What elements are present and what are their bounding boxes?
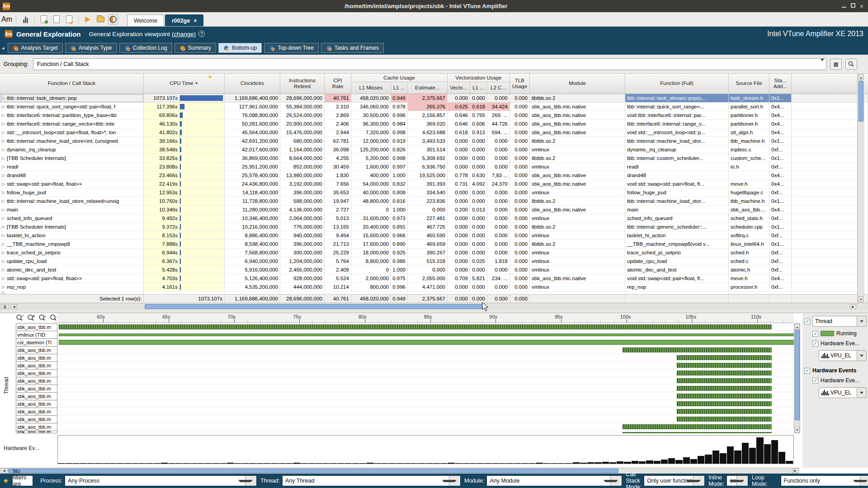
thread-row-track[interactable]: [57, 346, 799, 354]
chevron-down-icon[interactable]: [857, 350, 867, 361]
table-row[interactable]: ▷sched_info_queued9.492s10,346,400,0002,…: [0, 214, 868, 223]
thread-row[interactable]: sbk_aos_tbb.m: [16, 323, 799, 331]
thread-row-label[interactable]: sbk_aos_tbb.m: [16, 408, 57, 415]
open-result-icon[interactable]: [95, 14, 105, 24]
compare-results-icon[interactable]: [108, 14, 118, 24]
scroll-down-icon[interactable]: ▼: [795, 427, 800, 432]
table-row[interactable]: ▷std::swap<std::pair<float, float>>4.703…: [0, 274, 868, 283]
thread-row-track[interactable]: [57, 392, 799, 400]
thread-row-track[interactable]: [57, 385, 799, 392]
scroll-left-icon[interactable]: ◀: [1, 469, 7, 473]
scroll-right-icon[interactable]: ▶: [850, 304, 856, 309]
close-icon[interactable]: ×: [860, 3, 863, 10]
hardware-events-histogram[interactable]: [57, 435, 794, 464]
thread-row[interactable]: sbk_aos_tbb.m: [16, 385, 799, 392]
thread-row[interactable]: coi_daemon (TI: [16, 338, 799, 346]
nav-tab-summary[interactable]: Summary: [175, 43, 216, 53]
expander-icon[interactable]: ▷: [2, 291, 5, 294]
chevron-down-icon[interactable]: [245, 476, 256, 486]
thread-row-track[interactable]: [57, 354, 799, 361]
tab-welcome[interactable]: Welcome: [127, 14, 164, 26]
thread-row-label[interactable]: sbk_aos_tbb.m: [16, 400, 57, 408]
thread-row-label[interactable]: sbk_aos_tbb.m: [16, 385, 57, 392]
module-filter-select[interactable]: Any Module: [486, 475, 622, 486]
table-row[interactable]: ▷std::swap<std::pair<float, float>>22.41…: [0, 180, 868, 188]
chevron-down-icon[interactable]: [857, 316, 867, 327]
expander-icon[interactable]: ▷: [2, 190, 5, 195]
table-row[interactable]: ▷main10.349s11,280,000,0004,136,000,0002…: [0, 206, 868, 214]
thread-row[interactable]: sbk_aos_tbb.m: [16, 361, 799, 369]
chevron-down-icon[interactable]: [693, 476, 704, 486]
thread-row-track[interactable]: [57, 338, 799, 346]
header-vecto[interactable]: Vecto...: [448, 82, 470, 94]
table-row[interactable]: ▷tbb::interface6::internal::range_vector…: [0, 120, 868, 128]
expander-icon[interactable]: ▷: [2, 182, 5, 186]
thread-row-label[interactable]: sbk_aos_tbb.m: [16, 361, 57, 369]
nav-tab-analysis-target[interactable]: Analysis Target: [8, 43, 63, 53]
chevron-down-icon[interactable]: [860, 476, 868, 486]
header-l2c[interactable]: L2 C...: [487, 82, 509, 94]
scroll-up-icon[interactable]: ▲: [859, 75, 863, 80]
grouping-select[interactable]: Function / Call Stack: [33, 58, 826, 70]
change-viewpoint-link[interactable]: (change): [172, 31, 196, 38]
expander-icon[interactable]: ▷: [2, 259, 5, 263]
grid-corner-icon[interactable]: ▦: [1, 304, 9, 309]
expander-icon[interactable]: ▷: [2, 122, 5, 126]
thread-row[interactable]: sbk_aos_tbb.m: [16, 408, 799, 415]
thread-row-label[interactable]: sbk_aos_tbb.m: [16, 392, 57, 400]
table-row[interactable]: ▷__TBB_machine_cmpswp87.888s8,598,400,00…: [0, 240, 868, 249]
expander-icon[interactable]: ▷: [2, 156, 5, 160]
thread-row[interactable]: sbk_aos_tbb.m: [16, 377, 799, 385]
chevron-down-icon[interactable]: [857, 387, 867, 398]
project-properties-icon[interactable]: [20, 14, 30, 24]
table-row[interactable]: ▷atomic_dec_and_test5.428s5,916,000,0002…: [0, 266, 868, 274]
thread-row-label[interactable]: sbk_aos_tbb.m: [16, 323, 57, 331]
expander-icon[interactable]: ▷: [2, 276, 5, 281]
expander-icon[interactable]: ▷: [2, 113, 5, 117]
expander-icon[interactable]: ▷: [2, 199, 5, 203]
new-analysis-icon[interactable]: [39, 14, 49, 24]
band-type-select[interactable]: Thread: [812, 316, 866, 327]
thread-row-label[interactable]: vmlinux (TID:: [16, 331, 57, 338]
vpu-event-select[interactable]: VPU_EL: [819, 350, 866, 361]
thread-row-track[interactable]: [57, 415, 799, 423]
thread-row[interactable]: sbk_aos_tbb.m: [16, 400, 799, 408]
header-clockticks[interactable]: Clockticks: [225, 74, 280, 94]
expander-icon[interactable]: ▷: [2, 173, 5, 178]
expander-icon[interactable]: ▷: [2, 267, 5, 272]
thread-row[interactable]: sbk_aos_tbb.m: [16, 346, 799, 354]
thread-row[interactable]: sbk_aos_tbb.m: [16, 431, 799, 433]
header-cpi-rate[interactable]: CPI Rate: [325, 74, 351, 94]
table-horizontal-scrollbar[interactable]: ▦ ◀ ▶: [0, 303, 868, 310]
hardware-events2-checkbox[interactable]: ✓: [812, 378, 818, 384]
thread-row-track[interactable]: [57, 331, 799, 338]
thread-row-label[interactable]: coi_daemon (TI: [16, 338, 57, 346]
thread-row-track[interactable]: [57, 377, 799, 385]
header-instructions-retired[interactable]: Instructions Retired: [280, 74, 325, 94]
header-function-full[interactable]: Function (Full): [625, 74, 729, 94]
table-row[interactable]: ▷[TBB Scheduler Internals]33.825s36,869,…: [0, 154, 868, 163]
inline-mode-select[interactable]: on: [726, 475, 748, 486]
expander-icon[interactable]: ▷: [2, 96, 5, 100]
thread-row[interactable]: sbk_aos_tbb.m: [16, 423, 799, 431]
scrollbar-thumb[interactable]: [145, 304, 484, 309]
scroll-down-icon[interactable]: ▼: [859, 296, 863, 302]
table-row[interactable]: ▷tbb::internal::task_stream::pop1073.107…: [0, 94, 868, 103]
header-estimate[interactable]: Estimate...: [407, 82, 447, 94]
scrollbar-thumb[interactable]: [859, 81, 863, 122]
header-l1-ratio[interactable]: L1 ...: [391, 82, 408, 94]
expander-icon[interactable]: ▷: [2, 130, 5, 135]
table-row[interactable]: ▷dynamic_irq_cleanup38.548s42,017,600,00…: [0, 145, 868, 154]
thread-row-track[interactable]: [57, 361, 799, 369]
thread-row-label[interactable]: sbk_aos_tbb.m: [16, 431, 57, 433]
scroll-up-icon[interactable]: ▲: [795, 324, 800, 329]
table-row[interactable]: ▷drand4823.466s25,578,400,00013,980,000,…: [0, 171, 868, 180]
thread-row-label[interactable]: sbk_aos_tbb.m: [16, 346, 57, 354]
header-function-call-stack[interactable]: Function / Call Stack: [0, 74, 144, 94]
resume-icon[interactable]: [83, 14, 93, 24]
header-cpu-time[interactable]: CPU Time▼★: [144, 74, 225, 94]
table-row[interactable]: ▷rep_nop4.161s4,535,200,000444,000,00010…: [0, 283, 868, 291]
scroll-right-icon[interactable]: ▶: [792, 469, 798, 473]
thread-row-label[interactable]: sbk_aos_tbb.m: [16, 354, 57, 361]
header-l1v[interactable]: L1 ...: [470, 82, 487, 94]
